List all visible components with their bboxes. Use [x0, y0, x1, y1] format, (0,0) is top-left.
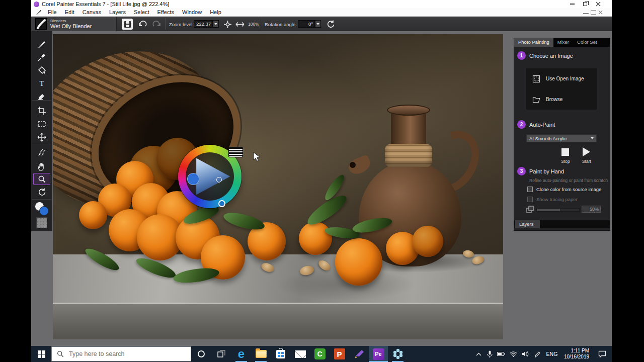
- mail-icon: [295, 350, 306, 358]
- tab-mixer[interactable]: Mixer: [553, 38, 573, 47]
- hue-ring-marker[interactable]: [218, 200, 225, 207]
- use-open-image-label: Use Open Image: [546, 76, 584, 81]
- task-view-button[interactable]: [211, 346, 231, 362]
- zoom-reset-button[interactable]: 100%: [248, 22, 259, 27]
- tab-layers[interactable]: Layers: [515, 220, 540, 228]
- pan-button[interactable]: [235, 21, 245, 28]
- menu-file[interactable]: File: [44, 9, 61, 15]
- tray-clock[interactable]: 1:11 PM 10/16/2019: [560, 346, 593, 362]
- doc-minimize-button[interactable]: [583, 11, 589, 14]
- cloner-tool[interactable]: [33, 147, 50, 159]
- step-1-title: Choose an Image: [529, 53, 573, 59]
- browse-button[interactable]: Browse: [526, 89, 597, 110]
- taskbar-painter-brush[interactable]: [349, 346, 369, 362]
- taskbar-camtasia[interactable]: C: [310, 346, 330, 362]
- taskbar-file-explorer[interactable]: [251, 346, 271, 362]
- step-2-title: Auto-Paint: [529, 122, 555, 128]
- restore-button[interactable]: [579, 1, 592, 8]
- tab-color-set[interactable]: Color Set: [573, 38, 601, 47]
- paint-bucket-tool[interactable]: [33, 64, 50, 76]
- save-button[interactable]: [122, 19, 133, 30]
- redo-button[interactable]: [152, 20, 162, 29]
- undo-button[interactable]: [138, 20, 147, 29]
- color-swatches[interactable]: [35, 202, 49, 216]
- paper-texture-swatch[interactable]: [36, 217, 47, 228]
- clone-color-label: Clone color from source image: [536, 187, 601, 192]
- text-tool[interactable]: T: [33, 77, 50, 89]
- orange: [412, 226, 443, 257]
- close-button[interactable]: [592, 1, 605, 8]
- still-life-ledge-front: [53, 303, 503, 339]
- property-bar: [31, 17, 612, 31]
- rect-selection-tool[interactable]: [33, 118, 50, 130]
- stop-label: Stop: [557, 159, 574, 164]
- autopaint-style-dropdown[interactable]: AI Smooth Acrylic: [526, 134, 597, 142]
- rotate-page-tool[interactable]: [33, 186, 50, 198]
- taskbar-search[interactable]: [51, 346, 191, 361]
- screen: Corel Painter Essentials 7 - [Still Life…: [0, 0, 644, 362]
- powerpoint-icon: P: [334, 348, 345, 359]
- tracing-opacity-slider[interactable]: [536, 208, 580, 212]
- canvas-image[interactable]: [53, 34, 503, 339]
- tab-photo-painting[interactable]: Photo Painting: [514, 38, 553, 47]
- minimize-button[interactable]: [566, 1, 579, 8]
- menu-layers[interactable]: Layers: [105, 9, 130, 15]
- triangle-picker-marker[interactable]: [216, 177, 222, 183]
- rotation-angle-input[interactable]: 0°: [298, 20, 315, 28]
- clone-color-checkbox[interactable]: [527, 187, 533, 192]
- transform-tool[interactable]: [33, 131, 50, 143]
- action-center-button[interactable]: [593, 346, 612, 362]
- tracing-paper-checkbox[interactable]: [527, 197, 533, 202]
- use-open-image-button[interactable]: Use Open Image: [526, 68, 597, 89]
- file-explorer-icon: [256, 350, 267, 358]
- color-wheel-menu-icon[interactable]: [229, 147, 243, 157]
- magnifier-tool[interactable]: [33, 173, 50, 185]
- taskbar-painter-essentials[interactable]: Pe: [369, 346, 388, 362]
- fit-to-window-button[interactable]: [223, 20, 232, 29]
- taskbar-powerpoint[interactable]: P: [330, 346, 349, 362]
- tray-chevron-button[interactable]: [473, 346, 484, 362]
- menu-edit[interactable]: Edit: [61, 9, 78, 15]
- primary-color-swatch[interactable]: [39, 206, 49, 216]
- menu-canvas[interactable]: Canvas: [78, 9, 105, 15]
- orange: [335, 238, 382, 286]
- start-button[interactable]: [583, 147, 590, 156]
- task-view-icon: [217, 350, 225, 358]
- grabber-hand-tool[interactable]: [33, 161, 50, 173]
- taskbar-corel-app[interactable]: [388, 346, 408, 362]
- rotation-angle-label: Rotation angle:: [265, 22, 297, 27]
- search-input[interactable]: [68, 350, 179, 358]
- brush-preview-icon[interactable]: [35, 18, 47, 30]
- zoom-level-input[interactable]: 222.37: [194, 20, 213, 28]
- reset-rotation-button[interactable]: [326, 20, 336, 29]
- start-label: Start: [579, 159, 595, 164]
- doc-restore-button[interactable]: [591, 10, 596, 15]
- tray-battery[interactable]: [495, 346, 507, 362]
- doc-close-button[interactable]: [598, 10, 604, 15]
- pen-icon: [534, 351, 541, 357]
- brush-tool[interactable]: [33, 38, 50, 50]
- tray-pen[interactable]: [531, 346, 543, 362]
- rotation-dropdown-button[interactable]: [315, 20, 321, 28]
- taskbar-mail[interactable]: [290, 346, 310, 362]
- chevron-up-icon: [476, 352, 481, 356]
- stop-button[interactable]: [561, 148, 569, 156]
- image-icon: [532, 75, 540, 83]
- tray-volume[interactable]: [519, 346, 531, 362]
- cortana-button[interactable]: [191, 346, 211, 362]
- crop-tool[interactable]: [33, 105, 50, 117]
- cortana-icon: [198, 350, 205, 357]
- menu-select[interactable]: Select: [130, 9, 153, 15]
- menu-window[interactable]: Window: [178, 9, 206, 15]
- svg-text:T: T: [39, 79, 44, 87]
- menu-help[interactable]: Help: [206, 9, 225, 15]
- taskbar-edge[interactable]: e: [231, 346, 251, 362]
- taskbar-store[interactable]: [271, 346, 290, 362]
- start-button[interactable]: [31, 346, 51, 362]
- dropper-tool[interactable]: [33, 51, 50, 63]
- tray-wifi[interactable]: [507, 346, 519, 362]
- zoom-dropdown-button[interactable]: [213, 20, 219, 28]
- tray-microphone[interactable]: [484, 346, 495, 362]
- menu-effects[interactable]: Effects: [153, 9, 178, 15]
- tray-language[interactable]: ENG: [543, 346, 560, 362]
